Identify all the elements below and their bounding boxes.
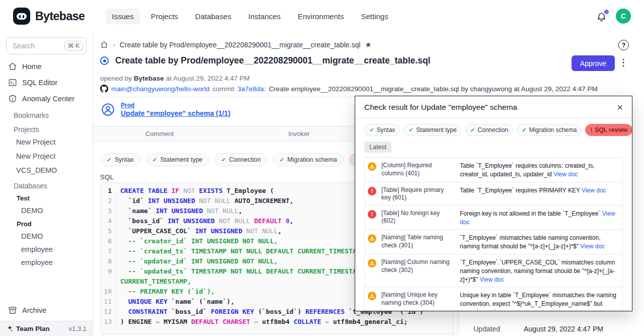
check-pill-statement-type[interactable]: ✓Statement type: [404, 124, 461, 136]
kebab-menu-icon[interactable]: ⋮: [619, 57, 628, 69]
sidebar-env-prod[interactable]: Prod: [0, 217, 93, 230]
sidebar-project-new-project[interactable]: New Project: [0, 149, 93, 163]
close-icon[interactable]: ×: [617, 102, 623, 112]
check-pill-syntax[interactable]: ✓Syntax: [364, 124, 400, 136]
check-pill-connection[interactable]: ✓Connection: [215, 153, 268, 166]
sidebar-project-new-project[interactable]: New Project: [0, 135, 93, 149]
code-token: `UPPER_CASE_COL`: [120, 227, 195, 235]
code-token: T_Employee (: [226, 187, 274, 194]
sidebar-project-vcs-demo[interactable]: VCS_DEMO: [0, 163, 93, 177]
sidebar-item-home[interactable]: Home: [0, 58, 93, 75]
logo-face: [17, 13, 27, 20]
latest-button[interactable]: Latest: [364, 142, 391, 153]
stage-env-link[interactable]: Prod: [121, 102, 230, 109]
stage-task-link[interactable]: Update "employee" schema (1/1): [121, 109, 230, 117]
issue-open-status-icon: [100, 56, 109, 65]
check-pill-migration-schema[interactable]: ✓Migration schema: [517, 124, 582, 136]
sidebar-db-demo[interactable]: DEMO: [0, 230, 93, 243]
view-doc-link[interactable]: View doc: [479, 276, 504, 283]
check-rule-name: [Naming] Column naming check (302): [381, 257, 455, 274]
version-label: v1.3.1: [69, 325, 87, 332]
code-token: REFERENCES: [305, 308, 349, 315]
sidebar-db-employee[interactable]: employee: [0, 256, 93, 269]
nav-item-databases[interactable]: Databases: [189, 9, 237, 24]
code-token: -- `creator_id` INT UNSIGNED NOT NULL,: [120, 237, 278, 245]
view-doc-link[interactable]: View doc: [581, 243, 605, 250]
column-header-invoker: Invoker: [288, 130, 310, 138]
code-token: NOT: [183, 187, 199, 194]
code-token: ,: [278, 227, 282, 235]
sidebar-item-sql-editor[interactable]: SQL Editor: [0, 75, 93, 91]
sidebar-item-anomaly-center[interactable]: Anomaly Center: [0, 91, 93, 107]
topbar-right: C: [596, 9, 631, 24]
star-icon[interactable]: ★: [365, 40, 371, 49]
top-navbar: Bytebase IssuesProjectsDatabasesInstance…: [0, 0, 644, 32]
check-pill-statement-type[interactable]: ✓Statement type: [146, 153, 209, 166]
check-pill-syntax[interactable]: ✓Syntax: [100, 153, 140, 166]
check-rule-description: `T_Employee`.`UPPER_CASE_COL` mismatches…: [460, 257, 618, 284]
check-result-modal: Check result for Update "employee" schem…: [355, 96, 632, 311]
code-token: [120, 298, 128, 305]
nav-item-issues[interactable]: Issues: [106, 9, 139, 24]
check-results-list: ⚠[Column] Required columns (401)Table `T…: [364, 157, 623, 310]
check-pill-label: Connection: [477, 126, 508, 133]
check-pill-migration-schema[interactable]: ✓Migration schema: [273, 153, 343, 166]
modal-body: ✓Syntax✓Statement type✓Connection✓Migrat…: [355, 118, 632, 310]
nav-item-instances[interactable]: Instances: [243, 9, 287, 24]
warning-icon: ⚠: [368, 234, 376, 243]
check-result-row: ⚠[Naming] Unique key naming check (304)U…: [365, 287, 622, 310]
check-rule-name: [Naming] Unique key naming check (304): [381, 290, 455, 307]
top-nav: IssuesProjectsDatabasesInstancesEnvironm…: [106, 9, 394, 24]
approve-button[interactable]: Approve: [572, 55, 615, 71]
sidebar-env-test[interactable]: Test: [0, 191, 93, 204]
branch-repo-link[interactable]: main@changyuwong/hello-world: [111, 85, 209, 93]
home-icon[interactable]: [100, 41, 108, 49]
check-pill-label: Statement type: [416, 126, 457, 133]
check-pill-label: Syntax: [115, 156, 134, 163]
search-input[interactable]: [12, 41, 55, 50]
line-number: 4: [101, 216, 116, 226]
section-bookmarks: Bookmarks: [0, 107, 93, 121]
avatar[interactable]: C: [616, 9, 631, 24]
code-token: `id`: [120, 197, 148, 205]
sidebar-db-demo[interactable]: DEMO: [0, 204, 93, 217]
stage-row: Prod Update "employee" schema (1/1): [101, 102, 230, 117]
panel-value: August 29, 2022 4:47 PM: [524, 325, 603, 333]
nav-item-projects[interactable]: Projects: [145, 9, 184, 24]
check-rule-name: [Naming] Table naming check (301): [381, 233, 455, 249]
plan-name: Team Plan: [16, 325, 50, 332]
logo-eye: [19, 15, 21, 18]
nav-item-settings[interactable]: Settings: [355, 9, 394, 24]
home-icon: [8, 62, 17, 71]
code-token: UNIQUE KEY: [128, 298, 172, 305]
nav-item-environments[interactable]: Environments: [292, 9, 350, 24]
view-doc-link[interactable]: View doc: [460, 210, 615, 226]
brand[interactable]: Bytebase: [13, 8, 85, 25]
view-doc-link[interactable]: View doc: [553, 171, 578, 178]
error-icon: !: [368, 210, 376, 219]
notifications-button[interactable]: [596, 11, 607, 22]
warning-icon: ⚠: [368, 162, 376, 171]
check-pill-sql-review[interactable]: !SQL review: [585, 124, 632, 136]
code-token: =: [155, 318, 164, 325]
check-result-row: ⚠[Naming] Table naming check (301)`T_Emp…: [365, 230, 622, 254]
code-token: INT UNSIGNED: [168, 217, 219, 225]
check-icon: ✓: [107, 156, 112, 163]
view-doc-link[interactable]: View doc: [582, 187, 606, 194]
code-line: 13) ENGINE = MYISAM DEFAULT CHARSET = ut…: [101, 317, 459, 327]
check-icon: ✓: [152, 156, 157, 163]
sidebar-item-archive[interactable]: Archive: [0, 302, 93, 319]
check-result-row: ![Table] Require primary key (601)Table …: [365, 182, 622, 206]
view-doc-link[interactable]: View doc: [498, 309, 522, 310]
commit-hash-link[interactable]: 3a7e8da:: [237, 85, 266, 93]
check-pill-connection[interactable]: ✓Connection: [465, 124, 513, 136]
opened-suffix: at August 29, 2022 4:47 PM: [166, 75, 250, 82]
plan-label[interactable]: Team Plan: [6, 325, 50, 332]
search-box[interactable]: ⌘ K: [6, 37, 87, 54]
warning-icon: ⚠: [368, 259, 376, 267]
sidebar-db-employee[interactable]: employee: [0, 243, 93, 256]
breadcrumb-text[interactable]: Create table by Prod/employee__202208290…: [120, 41, 361, 49]
code-token: 0: [286, 217, 290, 225]
check-icon: ✓: [369, 126, 374, 133]
help-button[interactable]: ?: [618, 40, 629, 50]
